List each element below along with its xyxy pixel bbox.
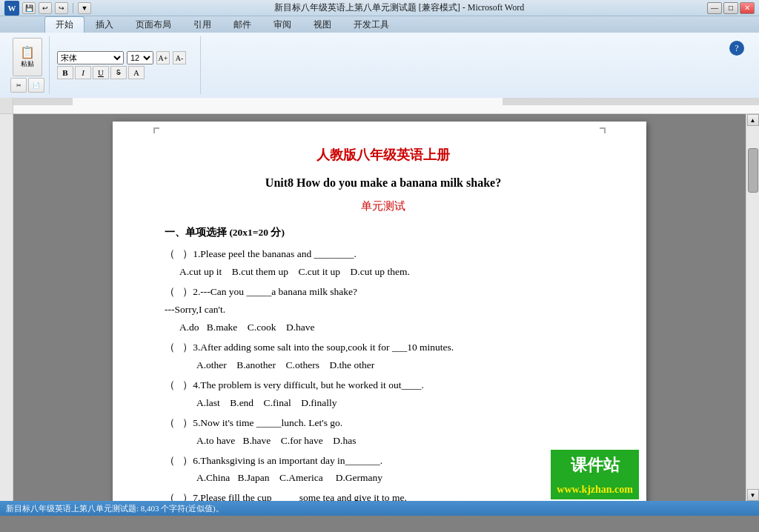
q4-text: （ ）4.The problem is very difficult, but … [165,377,602,394]
q2-text: （ ）2.---Can you _____a banana milk shake… [165,284,602,301]
q7-text: （ ）7.Please fill the cup _____some tea a… [165,490,602,501]
q2-options: A.do B.make C.cook D.have [165,319,602,336]
doc-title-en: Unit8 How do you make a banana milk shak… [165,173,602,193]
q3-options: A.other B.another C.others D.the other [165,357,602,374]
tab-layout[interactable]: 页面布局 [125,16,182,33]
font-family-select[interactable]: 宋体 [57,51,124,64]
ribbon-tabs: 开始 插入 页面布局 引用 邮件 审阅 视图 开发工具 [0,16,759,33]
maximize-button[interactable]: □ [723,2,738,14]
q5-text: （ ）5.Now it's time _____lunch. Let's go. [165,415,602,432]
watermark-brand: 课件站 [551,450,639,480]
font-color-button[interactable]: A [128,66,145,79]
tab-mailings[interactable]: 邮件 [222,16,262,33]
question-6: （ ）6.Thanksgiving is an important day in… [165,453,602,488]
strikethrough-button[interactable]: S̶ [110,66,127,79]
svg-rect-2 [73,98,503,105]
watermark: 课件站 www.kjzhan.com [551,450,639,499]
undo-button[interactable]: ↩ [39,2,52,14]
title-bar-left: W 💾 ↩ ↪ ▼ [4,1,91,16]
redo-button[interactable]: ↪ [55,2,68,14]
bold-button[interactable]: B [57,66,73,79]
question-7: （ ）7.Please fill the cup _____some tea a… [165,490,602,501]
doc-subtitle: 单元测试 [165,197,602,216]
cut-button[interactable]: ✂ [10,78,27,93]
q6-text: （ ）6.Thanksgiving is an important day in… [165,453,602,470]
status-info: 新目标八年级英语上第八单元测试题: 8,403 个字符(近似值)。 [6,503,224,514]
paste-button[interactable]: 📋粘贴 [13,38,42,76]
close-button[interactable]: ✕ [740,2,755,14]
page-corner-tl [153,127,159,133]
toolbar-separator [73,3,73,13]
minimize-button[interactable]: — [707,2,722,14]
tab-start[interactable]: 开始 [44,16,84,33]
q3-text: （ ）3.After adding some salt into the sou… [165,339,602,356]
left-panel [0,114,13,501]
watermark-url: www.kjzhan.com [551,480,639,499]
q1-text: （ ）1.Please peel the bananas and _______… [165,246,602,263]
ribbon-content: 📋粘贴 ✂ 📄 宋体 12 A+ A- B I U S̶ [0,33,759,98]
underline-button[interactable]: U [93,66,109,79]
page-corner-tr [600,127,606,133]
horizontal-ruler [13,98,759,113]
question-3: （ ）3.After adding some salt into the sou… [165,339,602,374]
question-2: （ ）2.---Can you _____a banana milk shake… [165,284,602,336]
help-button[interactable]: ? [729,41,744,56]
q6-options: A.China B.Japan C.America D.Germany [165,470,602,487]
q2-sub: ---Sorry,I can't. [165,302,602,319]
font-size-select[interactable]: 12 [127,51,153,64]
q1-options: A.cut up it B.cut them up C.cut it up D.… [165,264,602,281]
q5-options: A.to have B.have C.for have D.has [165,433,602,450]
ribbon: 开始 插入 页面布局 引用 邮件 审阅 视图 开发工具 📋粘贴 ✂ 📄 宋体 [0,16,759,98]
app-icon: W [4,1,19,16]
tab-view[interactable]: 视图 [302,16,342,33]
save-button[interactable]: 💾 [22,2,36,14]
scroll-down-button[interactable]: ▼ [747,489,759,501]
question-4: （ ）4.The problem is very difficult, but … [165,377,602,412]
copy-button[interactable]: 📄 [28,78,44,93]
question-5: （ ）5.Now it's time _____lunch. Let's go.… [165,415,602,450]
q4-options: A.last B.end C.final D.finally [165,395,602,412]
customize-button[interactable]: ▼ [78,2,91,14]
window-title: 新目标八年级英语上第八单元测试题 [兼容模式] - Microsoft Word [91,1,707,14]
tab-review[interactable]: 审阅 [262,16,302,33]
scroll-up-button[interactable]: ▲ [747,114,759,126]
grow-font-button[interactable]: A+ [156,51,170,64]
scroll-thumb[interactable] [748,148,758,193]
ruler-left-pad [0,98,13,113]
status-bar: 新目标八年级英语上第八单元测试题: 8,403 个字符(近似值)。 [0,501,759,516]
section1-header: 一、单项选择 (20x1=20 分) [165,225,602,242]
italic-button[interactable]: I [75,66,91,79]
ruler-area [0,98,759,114]
main-area: 人教版八年级英语上册 Unit8 How do you make a banan… [0,114,759,501]
document-page: 人教版八年级英语上册 Unit8 How do you make a banan… [113,122,646,501]
doc-title-cn: 人教版八年级英语上册 [165,144,602,167]
question-1: （ ）1.Please peel the bananas and _______… [165,246,602,281]
document-area[interactable]: 人教版八年级英语上册 Unit8 How do you make a banan… [13,114,746,501]
window-controls: — □ ✕ [707,2,755,14]
shrink-font-button[interactable]: A- [173,51,186,64]
vertical-scrollbar[interactable]: ▲ ▼ [746,114,759,501]
tab-references[interactable]: 引用 [182,16,222,33]
title-bar: W 💾 ↩ ↪ ▼ 新目标八年级英语上第八单元测试题 [兼容模式] - Micr… [0,0,759,16]
tab-insert[interactable]: 插入 [84,16,125,33]
tab-developer[interactable]: 开发工具 [342,16,400,33]
